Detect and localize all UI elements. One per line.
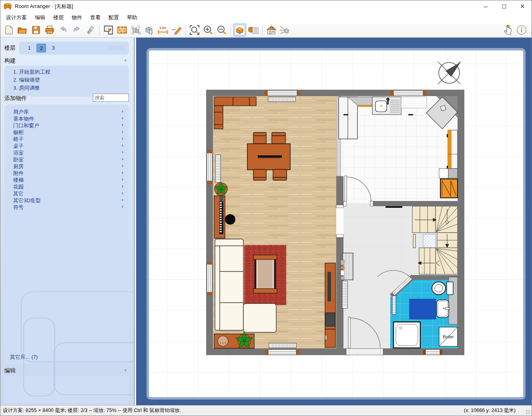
chevron-right-icon: ›: [122, 156, 123, 162]
print-button[interactable]: [43, 24, 56, 36]
category-item-8[interactable]: 卧室›: [4, 156, 129, 163]
category-item-10[interactable]: 附件›: [4, 170, 129, 177]
menu-item-2[interactable]: 编辑: [31, 13, 49, 22]
stair-void-hatch: [423, 234, 436, 247]
floors-label: 楼层: [4, 44, 16, 52]
coffee-table[interactable]: [253, 255, 277, 293]
other-libraries-link[interactable]: 其它库... (7): [10, 354, 38, 361]
hand-pointer-button[interactable]: [502, 24, 514, 36]
object-list-button[interactable]: [247, 24, 260, 36]
refrigerator[interactable]: [440, 179, 458, 198]
close-button[interactable]: ✕: [513, 0, 532, 12]
pouf[interactable]: [218, 336, 228, 346]
open-folder-button[interactable]: [16, 24, 29, 36]
categories-panel: 用户库›基本物件›门口和窗户›橱柜›椅子›桌子›浴室›卧室›厨房›附件›楼梯›花…: [4, 105, 129, 364]
bath-mat[interactable]: [410, 299, 436, 319]
category-item-5[interactable]: 椅子›: [4, 136, 129, 143]
toilet[interactable]: [432, 282, 453, 295]
format-brush-button[interactable]: [84, 24, 97, 36]
category-item-15[interactable]: 符号›: [4, 204, 129, 211]
zoom-out-button[interactable]: [215, 24, 228, 36]
category-label: 桌子: [13, 143, 24, 149]
menu-item-7[interactable]: 帮助: [123, 13, 141, 22]
floor-button-1[interactable]: 1: [24, 44, 34, 52]
zoom-fit-button[interactable]: [188, 24, 201, 36]
counter-end-gray[interactable]: [448, 169, 458, 178]
redo-button[interactable]: [70, 24, 83, 36]
menu-item-3[interactable]: 楼层: [49, 13, 68, 22]
maximize-button[interactable]: ☐: [495, 0, 513, 12]
category-item-12[interactable]: 花园›: [4, 183, 129, 190]
menu-item-6[interactable]: 配置: [104, 13, 123, 22]
menu-item-4[interactable]: 物件: [68, 13, 86, 22]
right-wall-counter[interactable]: [447, 130, 458, 169]
tall-cabinet[interactable]: [339, 97, 357, 139]
category-item-1[interactable]: 用户库›: [4, 109, 129, 115]
tv-cabinet[interactable]: [325, 263, 335, 348]
light-rays-button[interactable]: [279, 24, 291, 36]
kitchen-sink[interactable]: [372, 97, 401, 115]
floors-drag-handle[interactable]: [108, 46, 125, 51]
floor-button-2[interactable]: 2: [36, 44, 46, 52]
dining-table[interactable]: [247, 144, 290, 170]
status-info: 设计方案: 8255 × 8400 毫米, 楼层: 2/3 -- 缩放: 75%…: [3, 407, 181, 414]
category-item-2[interactable]: 基本物件›: [4, 115, 129, 122]
draw-wall-button[interactable]: [170, 24, 183, 36]
undo-button[interactable]: [57, 24, 70, 36]
build-step-2[interactable]: 2. 编辑墙壁: [4, 76, 129, 84]
boiler[interactable]: Boiler: [439, 327, 458, 346]
plan-page[interactable]: Boiler: [147, 48, 526, 400]
edit-section-header[interactable]: 编辑 ▼: [0, 367, 134, 375]
new-document-button[interactable]: [2, 24, 15, 36]
build-step-3[interactable]: 3. 房间调整: [4, 84, 129, 92]
window-left-lower: [207, 261, 212, 295]
drawing-canvas[interactable]: Boiler: [136, 38, 532, 406]
piano-stool[interactable]: [225, 214, 235, 225]
piano[interactable]: [214, 196, 225, 238]
hall-shelf[interactable]: [341, 253, 353, 280]
format-brush-icon: [86, 25, 95, 35]
category-item-7[interactable]: 浴室›: [4, 149, 129, 156]
info-button[interactable]: [515, 24, 528, 36]
floor-button-3[interactable]: 3: [48, 44, 58, 52]
category-item-14[interactable]: 其它3D造型›: [4, 197, 129, 204]
category-item-13[interactable]: 其它›: [4, 190, 129, 197]
category-item-4[interactable]: 橱柜›: [4, 129, 129, 136]
category-item-9[interactable]: 厨房›: [4, 163, 129, 170]
chevron-right-icon: ›: [122, 149, 123, 155]
menu-item-1[interactable]: 设计方案: [2, 13, 31, 22]
category-label: 浴室: [13, 150, 24, 156]
counter-under-window[interactable]: [401, 97, 427, 108]
build-section-header[interactable]: 构建 ▼: [0, 57, 134, 65]
collapse-triangle-icon[interactable]: ▼: [124, 58, 127, 62]
zoom-in-button[interactable]: [202, 24, 215, 36]
shower-tray[interactable]: [393, 322, 420, 348]
view-3d-button[interactable]: [233, 24, 246, 36]
counter-end-white[interactable]: [439, 169, 448, 178]
collapse-triangle-icon[interactable]: ▼: [124, 368, 127, 372]
house-3d-icon: 3D: [266, 25, 277, 35]
box-select-button[interactable]: [143, 24, 156, 36]
measure-button[interactable]: 3.5m: [157, 24, 169, 36]
compass-rose[interactable]: [438, 62, 461, 84]
build-step-1[interactable]: 1. 开始新的工程: [4, 68, 129, 76]
save-button[interactable]: [30, 24, 42, 36]
search-input[interactable]: [93, 94, 129, 102]
category-label: 椅子: [13, 136, 24, 142]
brick-wall-button[interactable]: [116, 24, 128, 36]
room-walls-button[interactable]: [102, 24, 115, 36]
select-objects-icon: [130, 25, 141, 35]
house-3d-button[interactable]: 3D: [265, 24, 278, 36]
draw-wall-icon: [171, 25, 182, 35]
category-label: 其它: [13, 191, 24, 197]
category-item-11[interactable]: 楼梯›: [4, 177, 129, 183]
side-table[interactable]: [214, 332, 254, 350]
washbasin[interactable]: [437, 300, 449, 318]
category-item-6[interactable]: 桌子›: [4, 143, 129, 149]
minimize-button[interactable]: ─: [476, 0, 495, 12]
resize-grip[interactable]: [526, 410, 530, 414]
select-objects-button[interactable]: [129, 24, 142, 36]
menu-item-5[interactable]: 查看: [86, 13, 104, 22]
print-icon: [44, 25, 55, 35]
category-item-3[interactable]: 门口和窗户›: [4, 122, 129, 129]
